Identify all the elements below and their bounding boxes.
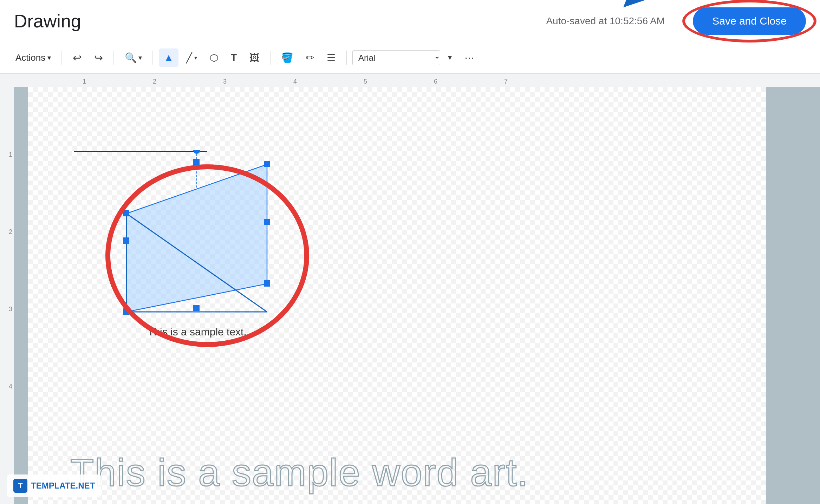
ruler-mark-h-7: 7 xyxy=(504,78,508,85)
text-tool-button[interactable]: T xyxy=(226,48,242,67)
svg-rect-9 xyxy=(264,161,270,167)
svg-rect-11 xyxy=(264,219,270,225)
ruler-mark-h-3: 3 xyxy=(223,78,227,85)
sample-text: This is a sample text. xyxy=(148,326,247,338)
canvas-wrapper[interactable]: 1 2 3 4 5 6 7 xyxy=(14,74,820,504)
ruler-vertical: 1 2 3 4 xyxy=(0,74,14,504)
autosave-status: Auto-saved at 10:52:56 AM xyxy=(546,15,665,27)
svg-marker-0 xyxy=(623,0,711,7)
document-title: Drawing xyxy=(14,11,81,32)
actions-menu-button[interactable]: Actions ▾ xyxy=(11,49,56,67)
svg-rect-13 xyxy=(123,308,129,315)
toolbar-divider-4 xyxy=(270,51,271,65)
fill-tool-button[interactable]: 🪣 xyxy=(276,48,298,67)
ruler-mark-h-1: 1 xyxy=(83,78,86,85)
image-tool-button[interactable]: 🖼 xyxy=(245,48,264,67)
ruler-mark-v-3: 3 xyxy=(0,306,14,313)
ruler-mark-h-6: 6 xyxy=(434,78,437,85)
toolbar-divider-3 xyxy=(152,51,153,65)
svg-rect-7 xyxy=(123,210,129,216)
drawing-canvas[interactable]: This is a sample text. This is a sample … xyxy=(28,87,766,504)
toolbar: Actions ▾ ↩ ↪ 🔍 ▾ ▲ ╱ ▾ ⬡ T 🖼 xyxy=(0,42,820,74)
save-close-wrapper: Save and Close xyxy=(693,7,806,35)
ruler-mark-v-1: 1 xyxy=(0,151,14,158)
ruler-horizontal: 1 2 3 4 5 6 7 xyxy=(14,74,820,87)
header: Drawing Auto-saved at 10:52:56 AM Save a… xyxy=(0,0,820,42)
ruler-mark-h-5: 5 xyxy=(364,78,367,85)
app-container: Drawing Auto-saved at 10:52:56 AM Save a… xyxy=(0,0,820,504)
line-tool-button[interactable]: ╱ ▾ xyxy=(181,48,202,67)
canvas-area: 1 2 3 4 1 2 3 4 5 6 7 xyxy=(0,74,820,504)
select-tool-button[interactable]: ▲ xyxy=(159,48,178,67)
ruler-mark-h-4: 4 xyxy=(293,78,297,85)
font-size-dropdown[interactable]: ▾ xyxy=(443,50,457,66)
svg-rect-12 xyxy=(193,305,200,311)
toolbar-divider-5 xyxy=(346,51,347,65)
watermark-label: TEMPLATE.NET xyxy=(31,481,95,491)
toolbar-divider-1 xyxy=(61,51,62,65)
zoom-button[interactable]: 🔍 ▾ xyxy=(120,48,147,67)
word-art-text: This is a sample word art. xyxy=(70,450,529,495)
canvas-content: This is a sample text. This is a sample … xyxy=(28,87,766,504)
svg-rect-10 xyxy=(123,237,129,244)
shape-drawing[interactable] xyxy=(98,150,309,333)
svg-point-6 xyxy=(193,150,200,154)
blue-arrow-annotation xyxy=(602,0,715,14)
watermark: T TEMPLATE.NET xyxy=(7,474,101,497)
font-selector[interactable]: Arial Times New Roman Courier New xyxy=(352,50,440,65)
ruler-mark-v-4: 4 xyxy=(0,383,14,390)
redo-button[interactable]: ↪ xyxy=(89,48,108,67)
toolbar-divider-2 xyxy=(113,51,114,65)
ruler-mark-v-2: 2 xyxy=(0,228,14,236)
border-color-button[interactable]: ✏ xyxy=(301,48,319,67)
more-options-button[interactable]: ⋯ xyxy=(460,48,480,67)
shape-tool-button[interactable]: ⬡ xyxy=(205,48,223,67)
watermark-icon: T xyxy=(13,479,27,493)
ruler-mark-h-2: 2 xyxy=(153,78,156,85)
undo-button[interactable]: ↩ xyxy=(68,48,86,67)
align-button[interactable]: ☰ xyxy=(322,48,340,67)
svg-rect-14 xyxy=(264,280,270,287)
svg-rect-8 xyxy=(193,159,200,165)
